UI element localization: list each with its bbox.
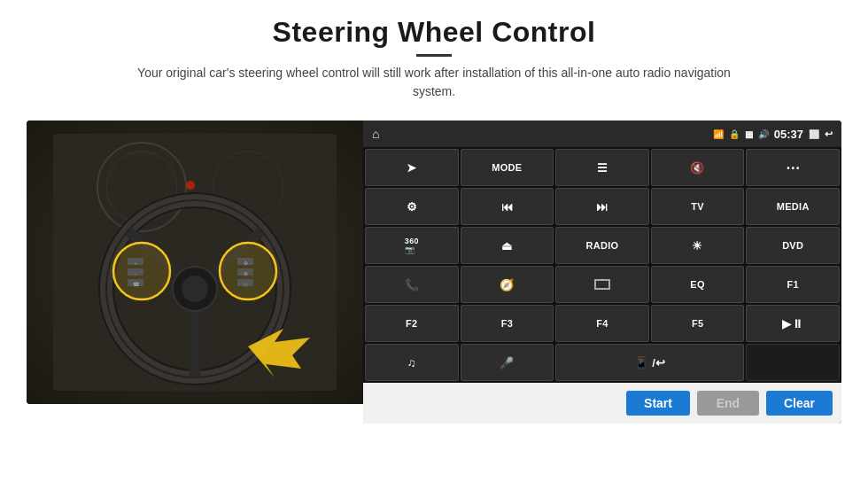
btn-brightness[interactable]: ☀ (651, 227, 745, 264)
svg-text:+: + (134, 260, 137, 266)
btn-screen-switch[interactable] (555, 266, 649, 303)
btn-f3[interactable]: F3 (461, 305, 554, 342)
btn-mute[interactable]: 🔇 (651, 149, 745, 186)
btn-play-pause[interactable]: ▶⏸ (746, 305, 840, 342)
btn-phone[interactable]: 📞 (365, 266, 459, 303)
svg-text:⊕: ⊕ (244, 260, 248, 266)
back-icon: ↩ (825, 128, 833, 140)
btn-prev[interactable]: ⏮ (461, 188, 554, 225)
end-button[interactable]: End (697, 391, 759, 416)
btn-f4[interactable]: F4 (555, 305, 649, 342)
bt-icon: 🔊 (758, 129, 769, 139)
btn-menu[interactable]: ☰ (555, 149, 649, 186)
btn-mic[interactable]: 🎤 (461, 344, 554, 381)
clear-button[interactable]: Clear (766, 391, 833, 416)
btn-dvd[interactable]: DVD (746, 227, 840, 264)
btn-mode[interactable]: MODE (461, 149, 554, 186)
svg-text:◇: ◇ (244, 282, 248, 287)
title-divider (416, 54, 452, 57)
action-bar: Start End Clear (363, 383, 841, 424)
svg-point-12 (182, 276, 208, 302)
btn-radio[interactable]: RADIO (555, 227, 649, 264)
status-time: 05:37 (774, 128, 803, 141)
btn-f5[interactable]: F5 (651, 305, 745, 342)
btn-next[interactable]: ⏭ (555, 188, 649, 225)
btn-empty (746, 344, 840, 381)
wifi-icon: 📶 (713, 129, 724, 139)
btn-f2[interactable]: F2 (365, 305, 459, 342)
status-bar: ⌂ 📶 🔒 ▦ 🔊 05:37 ⬜ ↩ (363, 120, 841, 147)
screen-icon: ⬜ (809, 129, 819, 139)
svg-text:⊗: ⊗ (244, 271, 248, 276)
btn-apps[interactable]: ⋯ (746, 149, 840, 186)
btn-call[interactable]: 📱 /↩ (555, 344, 744, 381)
btn-eq[interactable]: EQ (651, 266, 745, 303)
btn-cam360[interactable]: 360📷 (365, 227, 459, 264)
car-image: + - ☎ ⊕ ⊗ ◇ (27, 120, 363, 404)
lock-icon: 🔒 (729, 129, 740, 139)
svg-point-4 (186, 181, 195, 190)
btn-eject[interactable]: ⏏ (461, 227, 554, 264)
content-area: + - ☎ ⊕ ⊗ ◇ (27, 120, 841, 424)
btn-settings[interactable]: ⚙ (365, 188, 459, 225)
btn-nav[interactable]: ➤ (365, 149, 459, 186)
svg-text:-: - (135, 271, 136, 276)
btn-media[interactable]: MEDIA (746, 188, 840, 225)
dashboard-panel: ⌂ 📶 🔒 ▦ 🔊 05:37 ⬜ ↩ ➤ MODE ☰ 🔇 (363, 120, 841, 424)
btn-f1[interactable]: F1 (746, 266, 840, 303)
start-button[interactable]: Start (626, 391, 690, 416)
button-grid: ➤ MODE ☰ 🔇 ⋯ ⚙ ⏮ ⏭ TV MEDIA 360📷 ⏏ RADIO… (363, 147, 841, 383)
btn-navi[interactable]: 🧭 (461, 266, 554, 303)
home-icon[interactable]: ⌂ (372, 127, 379, 141)
page-subtitle: Your original car's steering wheel contr… (133, 64, 735, 101)
page-title: Steering Wheel Control (133, 16, 735, 49)
sim-icon: ▦ (745, 129, 753, 139)
btn-music[interactable]: ♫ (365, 344, 459, 381)
btn-tv[interactable]: TV (651, 188, 745, 225)
title-section: Steering Wheel Control Your original car… (133, 16, 735, 101)
svg-text:☎: ☎ (133, 282, 140, 287)
